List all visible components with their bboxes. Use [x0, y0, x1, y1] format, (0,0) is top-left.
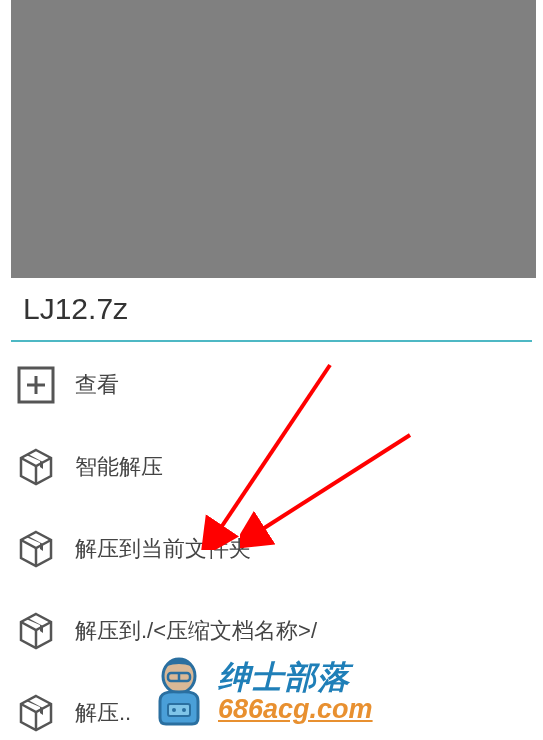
menu-item-smart-extract[interactable]: 智能解压 — [11, 426, 532, 508]
watermark: 绅士部落 686acg.com — [148, 656, 373, 728]
mascot-icon — [148, 656, 210, 728]
watermark-line1: 绅士部落 — [218, 661, 373, 695]
box-icon — [15, 610, 57, 652]
sheet-header: LJ12.7z — [11, 278, 532, 342]
box-icon — [15, 528, 57, 570]
menu-label: 解压.. — [75, 698, 131, 728]
menu-label: 解压到./<压缩文档名称>/ — [75, 616, 317, 646]
menu-label: 智能解压 — [75, 452, 163, 482]
preview-area — [11, 0, 536, 278]
sheet-title: LJ12.7z — [23, 292, 520, 326]
box-icon — [15, 446, 57, 488]
menu-item-view[interactable]: 查看 — [11, 344, 532, 426]
watermark-text: 绅士部落 686acg.com — [218, 661, 373, 723]
box-icon — [15, 692, 57, 734]
watermark-line2: 686acg.com — [218, 695, 373, 723]
svg-point-11 — [172, 708, 176, 712]
svg-point-12 — [182, 708, 186, 712]
svg-rect-10 — [168, 704, 190, 716]
plus-square-icon — [15, 364, 57, 406]
menu-label: 查看 — [75, 370, 119, 400]
menu-item-extract-here[interactable]: 解压到当前文件夹 — [11, 508, 532, 590]
menu-label: 解压到当前文件夹 — [75, 534, 251, 564]
